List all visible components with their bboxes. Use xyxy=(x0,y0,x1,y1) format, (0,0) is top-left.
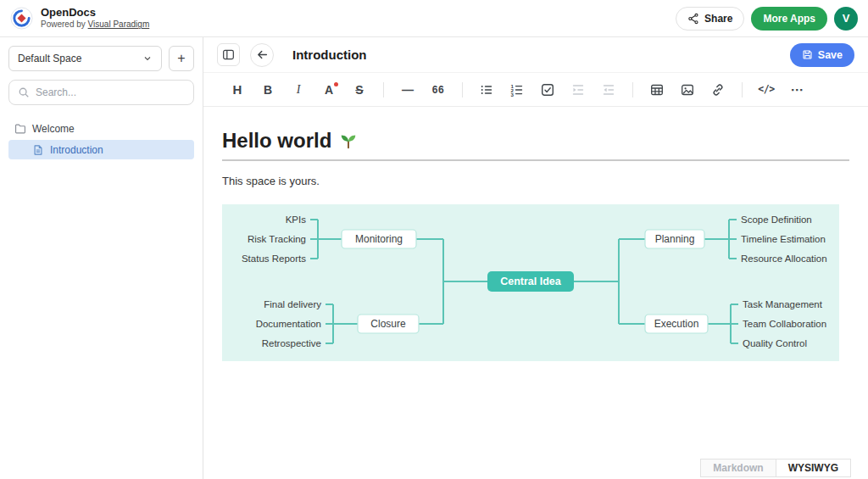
toolbar-divider xyxy=(462,82,463,97)
doc-heading-text: Hello world xyxy=(222,129,331,153)
toolbar-table-button[interactable] xyxy=(643,77,670,103)
heading-rule xyxy=(222,159,849,161)
toolbar-bullet-list-button[interactable] xyxy=(473,77,500,103)
app-header: OpenDocs Powered by Visual Paradigm Shar… xyxy=(0,0,868,37)
mindmap-leaf-label: KPIs xyxy=(286,214,307,225)
image-icon xyxy=(681,83,694,97)
mindmap-branch-label: Monitoring xyxy=(355,233,403,245)
toolbar-more-button[interactable]: ⋯ xyxy=(783,77,810,103)
blockquote-icon: 66 xyxy=(432,85,444,95)
indent-icon xyxy=(571,83,585,97)
opendocs-app: OpenDocs Powered by Visual Paradigm Shar… xyxy=(0,0,868,479)
mindmap-central-label: Central Idea xyxy=(500,276,562,287)
powered-by-link[interactable]: Visual Paradigm xyxy=(88,19,150,29)
table-icon xyxy=(650,83,664,97)
folder-icon xyxy=(14,123,26,135)
sidebar: Default Space + WelcomeIntroduction xyxy=(0,37,203,479)
more-icon: ⋯ xyxy=(791,83,804,96)
share-label: Share xyxy=(704,13,732,25)
mindmap-leaf-label: Timeline Estimation xyxy=(741,234,826,244)
toolbar-outdent-button[interactable] xyxy=(595,77,622,103)
format-toolbar: HBIAS—66123</>⋯ xyxy=(203,73,868,107)
font-color-icon: A xyxy=(325,84,333,96)
space-selector[interactable]: Default Space xyxy=(8,46,162,71)
tree-item-welcome[interactable]: Welcome xyxy=(8,119,194,138)
header-actions: Share More Apps V xyxy=(676,7,858,31)
page-tree: WelcomeIntroduction xyxy=(8,119,194,159)
ordered-list-icon: 123 xyxy=(510,83,524,97)
arrow-left-icon xyxy=(256,48,269,61)
mindmap-leaf-label: Task Management xyxy=(743,299,823,309)
mindmap-leaf-label: Team Collaboration xyxy=(743,319,826,329)
seedling-emoji-icon xyxy=(339,131,358,150)
toolbar-italic-button[interactable]: I xyxy=(285,77,312,103)
mindmap-branch-label: Execution xyxy=(654,318,699,330)
italic-icon: I xyxy=(297,84,301,96)
powered-by-text: Powered by xyxy=(41,19,86,29)
toolbar-code-button[interactable]: </> xyxy=(753,77,780,103)
tree-item-introduction[interactable]: Introduction xyxy=(8,140,194,159)
opendocs-logo-icon xyxy=(10,7,33,30)
save-icon xyxy=(802,49,813,60)
toolbar-ordered-list-button[interactable]: 123 xyxy=(504,77,531,103)
bold-icon: B xyxy=(264,84,272,96)
toolbar-indent-button[interactable] xyxy=(565,77,592,103)
more-apps-button[interactable]: More Apps xyxy=(751,7,827,31)
doc-content: Hello world This space is yours. KPIsRis… xyxy=(203,107,868,479)
mindmap-leaf-label: Retrospective xyxy=(262,338,321,348)
toolbar-bold-button[interactable]: B xyxy=(254,77,281,103)
save-label: Save xyxy=(818,49,843,61)
toolbar-task-list-button[interactable] xyxy=(534,77,561,103)
page-icon xyxy=(32,144,44,156)
back-button[interactable] xyxy=(250,43,274,67)
mindmap-leaf-label: Scope Definition xyxy=(741,214,812,225)
toolbar-image-button[interactable] xyxy=(674,77,701,103)
powered-by: Powered by Visual Paradigm xyxy=(41,19,149,30)
toolbar-divider xyxy=(742,82,743,97)
toolbar-divider xyxy=(632,82,633,97)
mindmap: KPIsRisk TrackingStatus ReportsMonitorin… xyxy=(222,204,839,361)
sidebar-panel-icon xyxy=(222,48,235,61)
toolbar-link-button[interactable] xyxy=(704,77,732,103)
horizontal-rule-icon: — xyxy=(402,84,414,96)
save-button[interactable]: Save xyxy=(790,43,854,67)
bullet-list-icon xyxy=(480,83,493,97)
search-box xyxy=(8,80,194,105)
mode-tab-markdown[interactable]: Markdown xyxy=(700,459,776,477)
mindmap-leaf-label: Final delivery xyxy=(264,299,321,309)
mindmap-branch-label: Closure xyxy=(370,318,406,330)
chevron-down-icon xyxy=(142,53,153,64)
mindmap-leaf-label: Status Reports xyxy=(242,253,306,264)
toolbar-font-color-button[interactable]: A xyxy=(315,77,342,103)
brand: OpenDocs Powered by Visual Paradigm xyxy=(41,7,149,29)
doc-paragraph: This space is yours. xyxy=(222,175,849,187)
tree-item-label: Welcome xyxy=(32,123,75,135)
task-list-icon xyxy=(541,83,554,97)
code-icon: </> xyxy=(758,85,774,95)
mode-tab-wysiwyg[interactable]: WYSIWYG xyxy=(776,459,851,477)
toggle-sidebar-button[interactable] xyxy=(217,43,240,66)
share-icon xyxy=(687,13,699,25)
toolbar-heading-button[interactable]: H xyxy=(224,77,251,103)
toolbar-divider xyxy=(383,82,384,97)
editor: Introduction Save HBIAS—66123</>⋯ Hello … xyxy=(203,37,868,479)
mindmap-leaf-label: Documentation xyxy=(256,319,321,329)
space-row: Default Space + xyxy=(8,46,194,71)
mindmap-branch-label: Planning xyxy=(655,233,695,245)
app-title: OpenDocs xyxy=(41,7,149,19)
share-button[interactable]: Share xyxy=(676,7,744,31)
app-body: Default Space + WelcomeIntroduction xyxy=(0,37,868,479)
avatar[interactable]: V xyxy=(834,7,858,31)
tree-item-label: Introduction xyxy=(50,144,103,156)
mindmap-leaf-label: Risk Tracking xyxy=(248,234,306,244)
toolbar-strikethrough-button[interactable]: S xyxy=(346,77,373,103)
toolbar-blockquote-button[interactable]: 66 xyxy=(425,77,452,103)
page-title: Introduction xyxy=(292,47,366,62)
doc-heading: Hello world xyxy=(222,129,849,153)
search-input[interactable] xyxy=(36,86,185,98)
outdent-icon xyxy=(602,83,615,97)
link-icon xyxy=(711,83,725,97)
mode-tabs: MarkdownWYSIWYG xyxy=(701,459,851,477)
add-page-button[interactable]: + xyxy=(169,46,194,71)
toolbar-horizontal-rule-button[interactable]: — xyxy=(394,77,421,103)
